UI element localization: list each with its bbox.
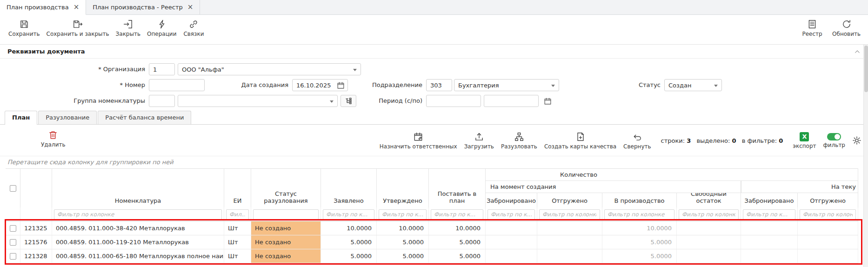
column-header-nomenclature[interactable]: Номенклатура [52, 169, 224, 208]
column-header-unit[interactable]: ЕИ [224, 169, 251, 208]
cell-to-plan: 10.0000 [429, 221, 486, 235]
filter-cell [224, 207, 251, 221]
filter-toggle[interactable]: фильтр [823, 133, 845, 148]
collapse-rows-button[interactable]: Свернуть [623, 132, 651, 150]
filter-input-reserved-current[interactable] [743, 209, 795, 220]
organization-select[interactable]: ООО "Альфа" [178, 63, 361, 75]
export-button[interactable]: X экспорт [793, 132, 816, 149]
filter-input-status[interactable] [253, 209, 319, 220]
period-from-input[interactable] [426, 95, 481, 107]
nomenclature-group-select[interactable] [178, 95, 338, 107]
creation-date-input[interactable]: 16.10.2025 [292, 79, 348, 91]
column-header-reserved-creation[interactable]: Забронировано [486, 193, 537, 208]
tab-close-icon[interactable]: × [73, 4, 80, 11]
column-header-status[interactable]: Статус разузлования [251, 169, 321, 208]
period-label: Период (с/по) [358, 95, 422, 107]
filter-input-shipped-current[interactable] [800, 209, 856, 220]
scrollbar-thumb[interactable] [864, 46, 868, 92]
assign-responsible-button[interactable]: Назначить ответственных [380, 132, 457, 150]
filter-input-shipped-creation[interactable] [539, 209, 600, 220]
status-select[interactable]: Создан [664, 79, 722, 91]
department-code-input[interactable] [426, 79, 452, 91]
filter-input-reserved-creation[interactable] [487, 209, 535, 220]
cell-shipped-current [798, 221, 858, 235]
column-header-reserved-current[interactable]: Забронировано [741, 193, 798, 208]
save-button[interactable]: Сохранить [8, 19, 40, 37]
filter-cell [321, 207, 377, 221]
upload-icon [474, 132, 484, 142]
column-header-shipped-current[interactable]: Отгружено [798, 193, 858, 208]
column-header-shipped-creation[interactable]: Отгружено [537, 193, 602, 208]
row-checkbox[interactable] [10, 253, 16, 260]
column-header-free-rest[interactable]: Свободный остаток [677, 193, 741, 208]
filter-input-nomenclature[interactable] [54, 209, 222, 220]
organization-label: * Организация [47, 63, 145, 75]
window-tab-label: План производства [7, 4, 69, 11]
column-header-in-production[interactable]: В производство [602, 193, 677, 208]
delete-button[interactable]: Удалить [41, 130, 66, 148]
period-calendar-button[interactable] [541, 95, 554, 107]
filter-input-to-plan[interactable] [431, 209, 483, 220]
chain-link-icon [188, 19, 199, 29]
toggle-switch-on[interactable] [827, 133, 841, 140]
period-to-input[interactable] [484, 95, 539, 107]
window-tab-registry[interactable]: План производства - Реестр × [86, 0, 200, 14]
window-tab-plan[interactable]: План производства × [0, 0, 86, 15]
load-button[interactable]: Загрузить [464, 132, 494, 150]
tree-select-button[interactable] [341, 95, 356, 107]
nomenclature-group-code-input[interactable] [149, 95, 175, 107]
trash-icon [48, 130, 58, 140]
settings-button[interactable] [852, 136, 861, 145]
toolbar-right-group: Реестр Обновить [793, 15, 868, 37]
cell-id: 121328 [20, 249, 52, 263]
creation-date-value: 16.10.2025 [296, 82, 331, 89]
close-button[interactable]: Закрыть [116, 19, 140, 37]
collapse-chevron-up-icon[interactable] [854, 48, 861, 55]
links-button[interactable]: Связки [183, 19, 204, 37]
save-and-close-button[interactable]: Сохранить и закрыть [47, 19, 109, 37]
column-header-to-plan[interactable]: Поставить в план [429, 169, 486, 208]
organization-code-input[interactable] [149, 63, 175, 75]
filter-input-approved[interactable] [379, 209, 427, 220]
number-input[interactable] [149, 79, 205, 91]
department-select[interactable]: Бухгалтерия [454, 79, 559, 91]
band-label: На теку [831, 183, 856, 190]
column-header-declared[interactable]: Заявлено [321, 169, 377, 208]
table-row[interactable]: 121328 000.4859. 011.000-65-180 Металлор… [6, 249, 858, 263]
tab-plan[interactable]: План [5, 111, 37, 125]
filtered-counter: в фильтре: 0 [742, 137, 783, 144]
cell-approved: 10.0000 [377, 221, 429, 235]
rows-counter-label: строки: [661, 137, 685, 144]
calendar-icon[interactable] [337, 81, 345, 89]
filter-input-free-rest[interactable] [679, 209, 739, 220]
create-quality-cards-button[interactable]: Создать карты качества [544, 132, 616, 150]
hierarchy-icon [514, 132, 524, 142]
cell-reserved-creation [486, 249, 537, 263]
group-by-hint[interactable]: Перетащите сюда колонку для группировки … [0, 156, 868, 168]
selected-counter-value: 0 [732, 137, 736, 144]
cell-status: Не создано [251, 235, 321, 249]
filter-input-declared[interactable] [323, 209, 374, 220]
registry-button[interactable]: Реестр [801, 19, 823, 37]
filter-input-in-production[interactable] [604, 209, 674, 220]
excel-export-icon: X [800, 132, 809, 141]
column-header-id[interactable] [20, 169, 52, 208]
operations-button[interactable]: Операции [147, 19, 176, 37]
tab-time-balance[interactable]: Расчёт баланса времени [98, 111, 191, 124]
select-all-checkbox[interactable] [10, 185, 16, 192]
explode-button[interactable]: Разузловать [501, 132, 537, 150]
vertical-scrollbar[interactable] [863, 45, 868, 267]
nomenclature-group-label: Группа номенклатуры [47, 95, 145, 107]
filter-input-unit[interactable] [226, 209, 249, 220]
row-checkbox[interactable] [10, 225, 16, 232]
cell-status: Не создано [251, 249, 321, 263]
row-checkbox[interactable] [10, 239, 16, 246]
create-quality-cards-label: Создать карты качества [544, 143, 616, 150]
table-row[interactable]: 121576 000.4859. 011.000-119-210 Металло… [6, 235, 858, 249]
tab-close-icon[interactable]: × [187, 4, 194, 11]
column-header-approved[interactable]: Утверждено [377, 169, 429, 208]
refresh-button[interactable]: Обновить [832, 19, 861, 37]
tab-razuzlovanie[interactable]: Разузлование [38, 111, 97, 124]
registry-list-icon [807, 19, 817, 29]
table-row[interactable]: 121325 000.4859. 011.000-38-420 Металлор… [6, 221, 858, 235]
